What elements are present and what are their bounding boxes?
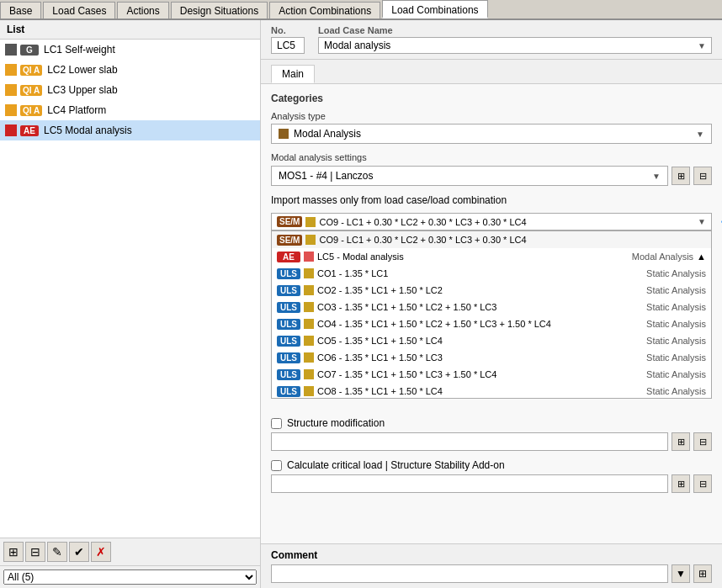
import-label: Import masses only from load case/load c… xyxy=(271,194,712,206)
swatch xyxy=(304,252,314,262)
edit-btn[interactable]: ✎ xyxy=(47,542,67,562)
lc5-label: LC5 Modal analysis xyxy=(44,124,255,136)
top-tab-bar: Base Load Cases Actions Design Situation… xyxy=(0,0,722,20)
color-swatch-lc4 xyxy=(5,104,17,116)
chevron-down-icon: ▼ xyxy=(698,41,706,50)
import-selected-text: CO9 - LC1 + 0.30 * LC2 + 0.30 * LC3 + 0.… xyxy=(319,217,526,227)
copy-setting-btn[interactable]: ⊟ xyxy=(693,167,712,185)
right-header: No. LC5 Load Case Name Modal analysis ▼ xyxy=(261,20,722,60)
check-btn[interactable]: ✔ xyxy=(69,542,89,562)
color-swatch-lc1 xyxy=(5,44,17,56)
analysis-type-dropdown[interactable]: Modal Analysis ▼ xyxy=(271,124,712,144)
tab-design-situations[interactable]: Design Situations xyxy=(171,2,268,19)
dropdown-item-sem-co9-header[interactable]: SE/M CO9 - LC1 + 0.30 * LC2 + 0.30 * LC3… xyxy=(272,231,711,248)
calc-crit-edit-btn[interactable]: ⊞ xyxy=(672,474,690,493)
chevron-down-icon: ▼ xyxy=(696,130,704,139)
swatch xyxy=(304,369,314,379)
scroll-indicator: ▲ xyxy=(697,252,706,262)
comment-input-row: ▼ ⊞ xyxy=(271,564,712,583)
calc-critical-label: Calculate critical load | Structure Stab… xyxy=(287,459,505,471)
import-color-swatch xyxy=(305,217,316,227)
lc2-label: LC2 Lower slab xyxy=(47,64,255,76)
import-dropdown-container: ➜ SE/M CO9 - LC1 + 0.30 * LC2 + 0.30 * L… xyxy=(271,213,712,230)
badge-uls: ULS xyxy=(277,302,300,313)
import-dropdown-list: SE/M CO9 - LC1 + 0.30 * LC2 + 0.30 * LC3… xyxy=(271,230,712,399)
badge-sem-top: SE/M xyxy=(277,235,302,246)
badge-lc4: QI A xyxy=(20,105,42,116)
import-masses-section: Import masses only from load case/load c… xyxy=(271,194,712,257)
comment-dropdown-btn[interactable]: ▼ xyxy=(672,564,690,583)
badge-lc3: QI A xyxy=(20,85,42,96)
badge-uls: ULS xyxy=(277,386,300,397)
edit-setting-btn[interactable]: ⊞ xyxy=(672,167,690,185)
calc-critical-input-row: ⊞ ⊟ xyxy=(271,474,712,493)
color-swatch-lc5 xyxy=(5,124,17,136)
dropdown-item-uls-co3[interactable]: ULS CO3 - 1.35 * LC1 + 1.50 * LC2 + 1.50… xyxy=(272,299,711,315)
lc4-label: LC4 Platform xyxy=(47,104,255,116)
add-btn[interactable]: ⊞ xyxy=(3,542,24,562)
dropdown-item-uls-co6[interactable]: ULS CO6 - 1.35 * LC1 + 1.50 * LC3 Static… xyxy=(272,349,711,366)
badge-uls: ULS xyxy=(277,268,300,279)
filter-select[interactable]: All (5) xyxy=(3,569,257,585)
comment-edit-btn[interactable]: ⊞ xyxy=(693,564,712,583)
analysis-type-block: Analysis type Modal Analysis ▼ xyxy=(271,111,712,144)
tab-actions[interactable]: Actions xyxy=(117,2,168,19)
right-content: Categories Analysis type Modal Analysis … xyxy=(261,84,722,543)
analysis-type-label: Analysis type xyxy=(271,111,712,121)
list-item[interactable]: QI A LC3 Upper slab xyxy=(0,80,260,100)
structure-mod-row: Structure modification xyxy=(271,417,712,429)
color-swatch-lc3 xyxy=(5,84,17,96)
import-selected-field[interactable]: SE/M CO9 - LC1 + 0.30 * LC2 + 0.30 * LC3… xyxy=(271,213,712,230)
tab-base[interactable]: Base xyxy=(0,2,41,19)
swatch xyxy=(304,336,314,346)
name-field: Load Case Name Modal analysis ▼ xyxy=(318,25,712,54)
calc-crit-copy-btn[interactable]: ⊟ xyxy=(693,474,712,493)
list-item-selected[interactable]: AE LC5 Modal analysis xyxy=(0,120,260,140)
structure-mod-input[interactable] xyxy=(271,432,668,451)
badge-uls: ULS xyxy=(277,369,300,380)
dropdown-item-uls-co5[interactable]: ULS CO5 - 1.35 * LC1 + 1.50 * LC4 Static… xyxy=(272,332,711,349)
comment-input[interactable] xyxy=(271,564,668,583)
list-item[interactable]: QI A LC4 Platform xyxy=(0,100,260,120)
structure-mod-checkbox[interactable] xyxy=(271,418,282,429)
swatch xyxy=(304,352,314,363)
chevron-down-icon: ▼ xyxy=(652,172,661,181)
badge-lc2: QI A xyxy=(20,65,42,76)
swatch xyxy=(304,319,314,329)
dropdown-item-ae-lc5[interactable]: AE LC5 - Modal analysis Modal Analysis ▲ xyxy=(272,248,711,265)
categories-section: Categories Analysis type Modal Analysis … xyxy=(271,93,712,144)
swatch xyxy=(304,386,314,396)
dropdown-item-uls-co8[interactable]: ULS CO8 - 1.35 * LC1 + 1.50 * LC4 Static… xyxy=(272,383,711,399)
lc-name-dropdown[interactable]: Modal analysis ▼ xyxy=(318,37,712,54)
list-item[interactable]: QI A LC2 Lower slab xyxy=(0,60,260,80)
remove-btn[interactable]: ⊟ xyxy=(25,542,45,562)
badge-lc1: G xyxy=(20,45,39,56)
delete-btn[interactable]: ✗ xyxy=(91,542,111,562)
badge-uls: ULS xyxy=(277,285,300,296)
tab-load-combinations[interactable]: Load Combinations xyxy=(382,0,487,19)
badge-lc5: AE xyxy=(20,125,39,136)
calc-critical-checkbox[interactable] xyxy=(271,460,282,471)
left-footer: All (5) xyxy=(0,565,260,588)
left-panel: List G LC1 Self-weight QI A LC2 Lower sl… xyxy=(0,20,261,588)
calc-critical-row: Calculate critical load | Structure Stab… xyxy=(271,459,712,471)
color-swatch-lc2 xyxy=(5,64,17,76)
struct-mod-copy-btn[interactable]: ⊟ xyxy=(693,432,712,451)
struct-mod-edit-btn[interactable]: ⊞ xyxy=(672,432,690,451)
right-panel: No. LC5 Load Case Name Modal analysis ▼ … xyxy=(261,20,722,588)
dropdown-item-uls-co1[interactable]: ULS CO1 - 1.35 * LC1 Static Analysis xyxy=(272,265,711,282)
swatch xyxy=(304,268,314,278)
tab-main[interactable]: Main xyxy=(271,65,315,83)
swatch xyxy=(304,285,314,295)
structure-mod-section: Structure modification ⊞ ⊟ xyxy=(271,417,712,451)
comment-section: Comment ▼ ⊞ xyxy=(261,543,722,588)
dropdown-item-uls-co7[interactable]: ULS CO7 - 1.35 * LC1 + 1.50 * LC3 + 1.50… xyxy=(272,366,711,383)
badge-uls: ULS xyxy=(277,319,300,330)
calc-critical-input[interactable] xyxy=(271,474,668,493)
list-item[interactable]: G LC1 Self-weight xyxy=(0,40,260,60)
tab-load-cases[interactable]: Load Cases xyxy=(43,2,115,19)
dropdown-item-uls-co4[interactable]: ULS CO4 - 1.35 * LC1 + 1.50 * LC2 + 1.50… xyxy=(272,315,711,332)
tab-action-combinations[interactable]: Action Combinations xyxy=(269,2,380,19)
dropdown-item-uls-co2[interactable]: ULS CO2 - 1.35 * LC1 + 1.50 * LC2 Static… xyxy=(272,282,711,299)
modal-settings-dropdown[interactable]: MOS1 - #4 | Lanczos ▼ xyxy=(271,166,668,186)
